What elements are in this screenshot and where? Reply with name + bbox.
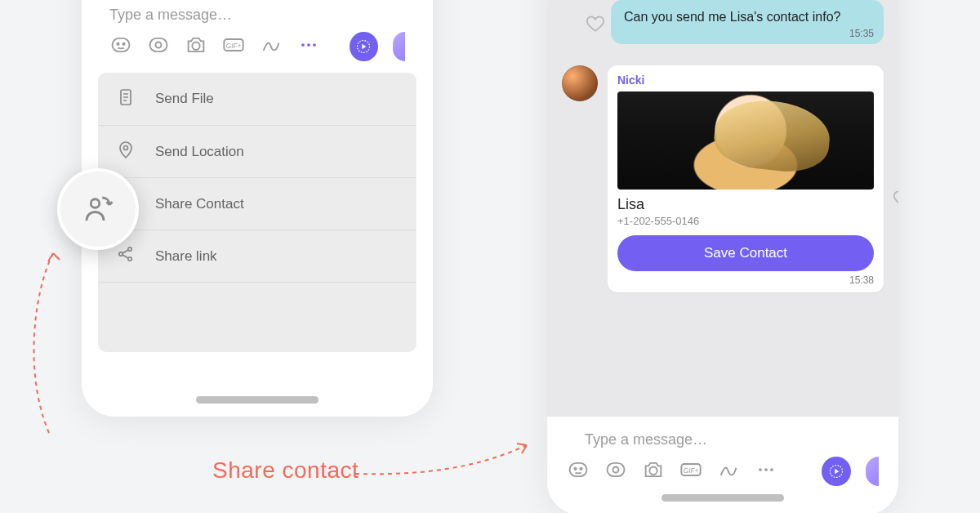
outgoing-message-bubble[interactable]: Can you send me Lisa's contact info? 15:… bbox=[611, 0, 884, 44]
voice-message-button[interactable] bbox=[822, 457, 851, 486]
phone-right: 15:35 Can you send me Lisa's contact inf… bbox=[547, 0, 898, 513]
svg-point-28 bbox=[770, 468, 773, 471]
svg-point-26 bbox=[759, 468, 762, 471]
svg-point-15 bbox=[128, 248, 131, 251]
message-timestamp: 15:35 bbox=[849, 28, 874, 39]
gif-icon[interactable]: GIF+ bbox=[679, 458, 702, 484]
svg-text:GIF+: GIF+ bbox=[226, 42, 242, 50]
contact-photo bbox=[617, 91, 874, 190]
svg-point-27 bbox=[764, 468, 768, 471]
svg-point-10 bbox=[313, 43, 316, 47]
svg-point-13 bbox=[124, 146, 128, 150]
svg-rect-3 bbox=[150, 38, 167, 51]
home-indicator bbox=[196, 396, 318, 404]
gif-icon[interactable]: GIF+ bbox=[222, 33, 245, 60]
heart-icon[interactable] bbox=[892, 188, 898, 212]
svg-point-14 bbox=[119, 252, 122, 256]
more-icon[interactable] bbox=[755, 458, 777, 484]
svg-point-23 bbox=[649, 467, 657, 475]
avatar-peek bbox=[866, 457, 879, 486]
gallery-icon[interactable] bbox=[147, 33, 170, 60]
svg-point-9 bbox=[307, 43, 310, 47]
sender-avatar[interactable] bbox=[562, 65, 598, 101]
sheet-item-share-contact[interactable]: Share Contact bbox=[98, 177, 416, 230]
sheet-label: Share Contact bbox=[155, 196, 244, 212]
heart-icon[interactable] bbox=[585, 13, 606, 34]
file-icon bbox=[116, 87, 136, 111]
message-timestamp: 15:38 bbox=[617, 274, 874, 286]
sheet-item-send-file[interactable]: Send File bbox=[98, 73, 416, 125]
contact-name: Lisa bbox=[617, 196, 874, 213]
svg-point-1 bbox=[117, 43, 118, 45]
contact-phone: +1-202-555-0146 bbox=[617, 215, 874, 227]
share-contact-icon bbox=[81, 192, 115, 226]
sender-name: Nicki bbox=[617, 74, 874, 87]
arrow-right bbox=[351, 433, 539, 482]
sheet-item-empty bbox=[98, 282, 416, 352]
message-input[interactable]: Type a message… bbox=[567, 431, 879, 448]
home-indicator bbox=[662, 494, 784, 502]
save-contact-button[interactable]: Save Contact bbox=[617, 235, 874, 271]
voice-message-button[interactable] bbox=[350, 32, 378, 61]
sticker-icon[interactable] bbox=[109, 33, 132, 60]
svg-point-20 bbox=[580, 468, 581, 470]
camera-icon[interactable] bbox=[185, 33, 207, 60]
svg-point-17 bbox=[91, 199, 100, 208]
attachment-icon-row: GIF+ bbox=[567, 448, 879, 486]
share-contact-highlight bbox=[57, 168, 139, 250]
chat-scroll-area[interactable]: 15:35 Can you send me Lisa's contact inf… bbox=[547, 0, 898, 417]
sheet-item-send-location[interactable]: Send Location bbox=[98, 125, 416, 177]
svg-point-4 bbox=[156, 42, 162, 48]
svg-point-19 bbox=[574, 468, 576, 470]
sheet-item-share-link[interactable]: Share link bbox=[98, 230, 416, 282]
svg-point-22 bbox=[613, 467, 619, 473]
location-icon bbox=[116, 140, 136, 163]
svg-point-5 bbox=[192, 42, 199, 50]
sheet-label: Share link bbox=[155, 248, 217, 265]
avatar-peek bbox=[393, 32, 405, 61]
attachment-sheet: Send File Send Location Share Contact Sh… bbox=[98, 73, 416, 352]
contact-card[interactable]: Nicki Lisa +1-202-555-0146 Save Contact … bbox=[608, 65, 884, 292]
sticker-icon[interactable] bbox=[567, 458, 590, 484]
share-link-icon bbox=[116, 244, 136, 268]
svg-point-2 bbox=[122, 43, 124, 45]
more-icon[interactable] bbox=[297, 33, 320, 60]
message-input[interactable]: Type a message… bbox=[91, 7, 423, 24]
doodle-icon[interactable] bbox=[260, 33, 283, 60]
figure-caption: Share contact bbox=[212, 457, 359, 484]
message-text: Can you send me Lisa's contact info? bbox=[624, 10, 840, 24]
svg-point-8 bbox=[301, 43, 305, 47]
arrow-left bbox=[16, 245, 74, 441]
svg-rect-21 bbox=[608, 463, 625, 476]
svg-point-16 bbox=[128, 257, 131, 261]
doodle-icon[interactable] bbox=[717, 458, 740, 484]
svg-rect-18 bbox=[570, 463, 587, 476]
svg-rect-0 bbox=[113, 38, 130, 51]
gallery-icon[interactable] bbox=[604, 458, 627, 484]
camera-icon[interactable] bbox=[642, 458, 665, 484]
attachment-icon-row: GIF+ bbox=[91, 24, 423, 73]
sheet-label: Send File bbox=[155, 91, 214, 107]
sheet-label: Send Location bbox=[155, 144, 244, 160]
svg-text:GIF+: GIF+ bbox=[684, 467, 699, 475]
